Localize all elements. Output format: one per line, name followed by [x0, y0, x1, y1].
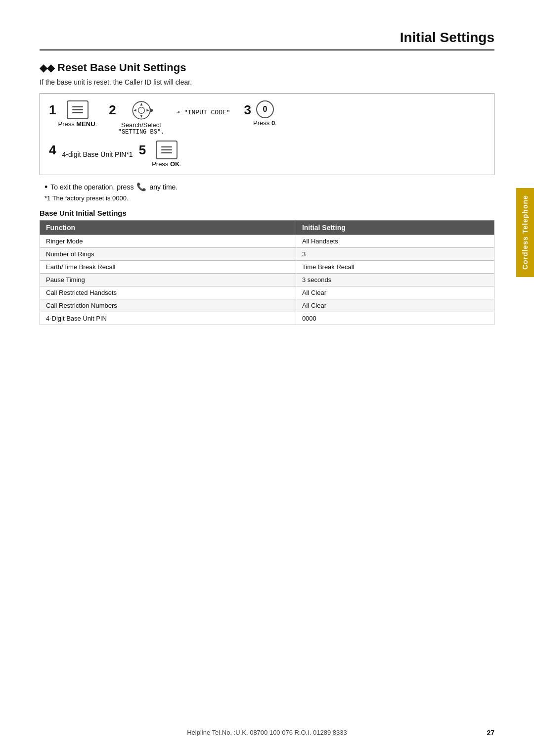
diamond-bullets: ◆◆	[40, 62, 54, 74]
col-initial-setting: Initial Setting	[296, 221, 494, 235]
step2-sublabel: "SETTING BS".	[118, 129, 165, 136]
table-row: Ringer ModeAll Handsets	[40, 235, 494, 248]
footer-page: 27	[487, 729, 494, 737]
table-cell-function: Call Restricted Handsets	[40, 286, 296, 299]
table-cell-setting: All Handsets	[296, 235, 494, 248]
phone-icon: 📞	[136, 182, 146, 191]
page-title: Initial Settings	[40, 30, 494, 50]
menu-line-1	[72, 106, 83, 107]
step5-label-pre: Press	[152, 160, 170, 168]
table-row: Pause Timing3 seconds	[40, 274, 494, 286]
table-cell-setting: 0000	[296, 312, 494, 325]
step3-number: 3	[244, 100, 251, 118]
zero-button-icon: 0	[256, 100, 274, 118]
step3-block: 3 0 Press 0.	[244, 100, 277, 127]
table-body: Ringer ModeAll HandsetsNumber of Rings3E…	[40, 235, 494, 325]
step2-number: 2	[109, 100, 116, 118]
table-cell-function: Number of Rings	[40, 248, 296, 261]
ok-line-3	[161, 152, 172, 153]
footnote: *1 The factory preset is 0000.	[44, 194, 494, 202]
step1-label: Press MENU.	[58, 120, 97, 128]
table-row: Earth/Time Break RecallTime Break Recall	[40, 261, 494, 274]
footer: Helpline Tel.No. :U.K. 08700 100 076 R.O…	[0, 729, 534, 736]
table-cell-function: 4-Digit Base Unit PIN	[40, 312, 296, 325]
steps-bottom-row: 4 4-digit Base Unit PIN*1 5 Press OK.	[49, 141, 485, 168]
menu-lines	[72, 106, 83, 113]
step5-label: Press OK.	[152, 160, 181, 168]
step1-number: 1	[49, 100, 56, 118]
step5-label-post: .	[179, 160, 181, 168]
step4-text: 4-digit Base Unit PIN*1	[62, 150, 133, 158]
table-row: 4-Digit Base Unit PIN0000	[40, 312, 494, 325]
section-heading-text: Reset Base Unit Settings	[57, 61, 186, 74]
svg-marker-3	[140, 115, 142, 118]
table-header: Function Initial Setting	[40, 221, 494, 235]
section-heading: ◆◆ Reset Base Unit Settings	[40, 61, 494, 74]
svg-marker-5	[146, 109, 149, 112]
step3-label: Press 0.	[253, 119, 277, 127]
ok-menu-lines	[161, 146, 172, 153]
step4-number: 4	[49, 141, 56, 158]
svg-marker-2	[140, 103, 142, 106]
step1-block: 1 Press MENU.	[49, 100, 97, 128]
arrow-label: ➜ "INPUT CODE"	[176, 104, 230, 116]
ok-line-2	[161, 149, 172, 150]
footer-text: Helpline Tel.No. :U.K. 08700 100 076 R.O…	[0, 729, 534, 736]
table-cell-setting: All Clear	[296, 286, 494, 299]
table-row: Call Restriction NumbersAll Clear	[40, 299, 494, 312]
col-function: Function	[40, 221, 296, 235]
settings-table: Function Initial Setting Ringer ModeAll …	[40, 220, 494, 325]
table-section-title: Base Unit Initial Settings	[40, 209, 494, 217]
bullet-list: • To exit the operation, press 📞 any tim…	[44, 182, 494, 191]
table-header-row: Function Initial Setting	[40, 221, 494, 235]
table-cell-setting: Time Break Recall	[296, 261, 494, 274]
step1-label-pre: Press	[58, 120, 76, 128]
bullet1-post: any time.	[149, 183, 178, 191]
step1-content: Press MENU.	[58, 100, 97, 128]
step1-label-bold: MENU	[76, 120, 95, 128]
step5-content: Press OK.	[152, 141, 181, 168]
table-row: Number of Rings3	[40, 248, 494, 261]
svg-text:▶: ▶	[150, 107, 152, 113]
sidebar-label-text: Cordless Telephone	[521, 195, 529, 270]
bullet1-pre: To exit the operation, press	[50, 183, 134, 191]
table-cell-setting: All Clear	[296, 299, 494, 312]
nav-pad-icon: ▶	[130, 100, 153, 120]
step1-label-post: .	[95, 120, 97, 128]
page-container: Initial Settings ◆◆ Reset Base Unit Sett…	[0, 0, 534, 756]
sidebar-label: Cordless Telephone	[516, 188, 534, 277]
subtitle: If the base unit is reset, the Caller ID…	[40, 78, 494, 86]
menu-line-2	[72, 109, 83, 110]
steps-box: 1 Press MENU. 2	[40, 93, 494, 175]
step2-block: 2 ▶ Se	[109, 100, 164, 136]
ok-line-1	[161, 146, 172, 147]
table-cell-function: Earth/Time Break Recall	[40, 261, 296, 274]
steps-top-row: 1 Press MENU. 2	[49, 100, 485, 136]
svg-marker-4	[134, 109, 136, 112]
table-cell-function: Ringer Mode	[40, 235, 296, 248]
bullet-dot: •	[44, 183, 47, 191]
bullet-item-1: • To exit the operation, press 📞 any tim…	[44, 182, 494, 191]
menu-line-3	[72, 112, 83, 113]
table-cell-function: Pause Timing	[40, 274, 296, 286]
step3-label-pre: Press	[253, 119, 271, 127]
ok-icon	[156, 141, 178, 159]
step3-label-post: .	[275, 119, 277, 127]
table-row: Call Restricted HandsetsAll Clear	[40, 286, 494, 299]
arrow-text: ➜ "INPUT CODE"	[176, 108, 230, 116]
step5-number: 5	[139, 141, 146, 158]
step5-label-bold: OK	[170, 160, 180, 168]
table-cell-setting: 3	[296, 248, 494, 261]
svg-point-1	[138, 107, 144, 114]
step2-label: Search/Select	[121, 121, 161, 129]
table-cell-setting: 3 seconds	[296, 274, 494, 286]
step2-content: ▶ Search/Select "SETTING BS".	[118, 100, 165, 136]
menu-icon	[67, 100, 89, 119]
step3-content: 0 Press 0.	[253, 100, 277, 127]
table-cell-function: Call Restriction Numbers	[40, 299, 296, 312]
